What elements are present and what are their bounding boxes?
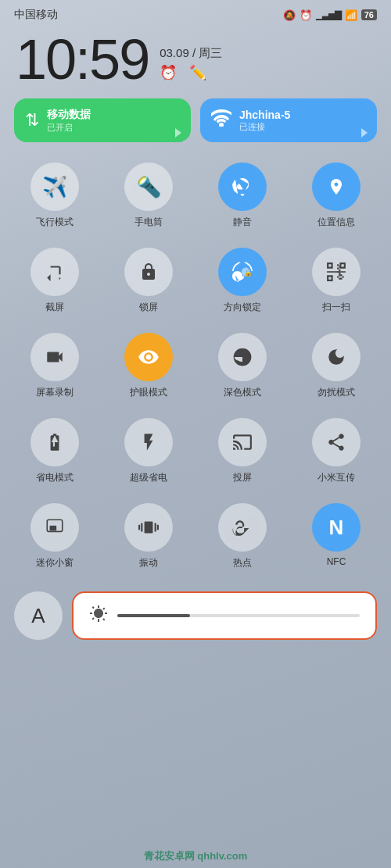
status-bar: 中国移动 🔕 ⏰ ▁▃▅▇ 📶 76 <box>0 0 391 25</box>
location-svg <box>327 177 346 196</box>
airplane-icon: ✈️ <box>42 175 67 199</box>
mobile-data-title: 移动数据 <box>47 108 91 122</box>
mobile-data-toggle[interactable]: ⇅ 移动数据 已开启 <box>14 98 191 142</box>
xiaomishare-label: 小米互传 <box>317 471 355 484</box>
screenrecord-circle <box>30 333 79 381</box>
xiaomishare-item[interactable]: 小米互传 <box>289 410 383 495</box>
cast-item[interactable]: 投屏 <box>196 410 289 495</box>
screenrecord-item[interactable]: 屏幕录制 <box>8 325 102 410</box>
halfcircle-svg <box>232 347 253 367</box>
powersave-label: 省电模式 <box>36 471 74 484</box>
flashlight-circle: 🔦 <box>124 163 173 211</box>
hotspot-item[interactable]: 热点 <box>196 495 289 580</box>
flashlight-icon: 🔦 <box>136 175 161 199</box>
vibrate-circle <box>124 503 173 552</box>
airplane-item[interactable]: ✈️ 飞行模式 <box>8 155 102 240</box>
clock-time: 10:59 <box>16 31 149 88</box>
brightness-bar[interactable] <box>117 614 360 617</box>
ultrasave-circle <box>124 418 173 466</box>
svg-text:🔒: 🔒 <box>244 268 253 277</box>
silent-item[interactable]: 静音 <box>196 155 289 240</box>
cast-circle <box>218 418 267 466</box>
lockscreen-item[interactable]: 锁屏 <box>102 240 196 325</box>
share-svg <box>326 432 346 452</box>
mobile-data-arrow <box>175 128 181 138</box>
mobile-data-icon: ⇅ <box>25 110 39 130</box>
miniwindow-label: 迷你小窗 <box>36 556 74 570</box>
controls-grid: ✈️ 飞行模式 🔦 手电筒 静音 位置信息 截屏 <box>0 155 391 580</box>
cast-label: 投屏 <box>233 471 252 484</box>
location-item[interactable]: 位置信息 <box>289 155 383 240</box>
edit-icon[interactable]: ✏️ <box>189 64 206 81</box>
wifi-subtitle: 已连接 <box>239 121 290 133</box>
darkmode-circle <box>218 333 267 381</box>
brightness-fill <box>117 614 190 617</box>
hotspot-label: 热点 <box>233 556 252 570</box>
dnd-label: 勿扰模式 <box>317 386 355 399</box>
silent-icon: 🔕 <box>283 9 296 21</box>
vibrate-label: 振动 <box>139 556 158 570</box>
dnd-item[interactable]: 勿扰模式 <box>289 325 383 410</box>
hotspot-circle <box>218 503 267 552</box>
rotlock-item[interactable]: 🔒 方向锁定 <box>196 240 289 325</box>
mobile-data-subtitle: 已开启 <box>47 122 91 134</box>
location-label: 位置信息 <box>317 216 355 229</box>
nfc-circle: N <box>312 503 361 552</box>
miniwindow-svg <box>45 517 65 538</box>
flashlight-item[interactable]: 🔦 手电筒 <box>102 155 196 240</box>
location-circle <box>312 163 361 211</box>
airplane-circle: ✈️ <box>30 163 79 211</box>
screenrecord-label: 屏幕录制 <box>36 386 74 399</box>
hotspot-svg <box>232 517 253 538</box>
font-button[interactable]: A <box>14 591 63 640</box>
eyecare-label: 护眼模式 <box>130 386 167 399</box>
lockscreen-circle <box>124 248 173 296</box>
silent-svg <box>231 176 253 198</box>
font-icon: A <box>31 604 45 628</box>
eyecare-item[interactable]: 护眼模式 <box>102 325 196 410</box>
bottom-row: A <box>0 584 391 640</box>
scan-circle <box>312 248 361 296</box>
moon-svg <box>326 347 346 367</box>
alarm-clock-icon[interactable]: ⏰ <box>160 64 177 81</box>
darkmode-item[interactable]: 深色模式 <box>196 325 289 410</box>
wifi-text: Jhchina-5 已连接 <box>239 109 290 133</box>
brightness-slider-container[interactable] <box>72 591 377 640</box>
scan-item[interactable]: 扫一扫 <box>289 240 383 325</box>
eyecare-circle <box>124 333 173 381</box>
wifi-toggle[interactable]: Jhchina-5 已连接 <box>200 98 377 142</box>
eye-svg <box>138 346 160 368</box>
lock-svg <box>139 263 158 281</box>
nfc-item[interactable]: N NFC <box>289 495 383 580</box>
screenshot-svg <box>45 262 65 282</box>
scan-svg <box>326 262 346 282</box>
top-toggles: ⇅ 移动数据 已开启 Jhchina-5 已连接 <box>0 98 391 155</box>
miniwindow-circle <box>30 503 79 552</box>
battery-icon: 76 <box>361 9 377 20</box>
svg-rect-5 <box>50 526 57 531</box>
video-svg <box>45 347 65 367</box>
nfc-icon: N <box>329 516 344 540</box>
powersave-item[interactable]: 省电模式 <box>8 410 102 495</box>
vibrate-svg <box>138 517 159 538</box>
silent-label: 静音 <box>233 216 252 229</box>
powersave-svg <box>45 432 65 452</box>
brightness-icon <box>89 604 108 627</box>
mobile-data-text: 移动数据 已开启 <box>47 108 91 134</box>
clock-right: 03.09 / 周三 ⏰ ✏️ <box>160 46 222 88</box>
lockscreen-label: 锁屏 <box>139 301 158 314</box>
rotlock-svg: 🔒 <box>232 262 253 282</box>
dnd-circle <box>312 333 361 381</box>
ultrasave-item[interactable]: 超级省电 <box>102 410 196 495</box>
vibrate-item[interactable]: 振动 <box>102 495 196 580</box>
carrier-label: 中国移动 <box>14 8 58 22</box>
screenshot-label: 截屏 <box>45 301 64 314</box>
wifi-icon: 📶 <box>345 9 357 21</box>
wifi-arrow <box>361 128 368 138</box>
miniwindow-item[interactable]: 迷你小窗 <box>8 495 102 580</box>
silent-circle <box>218 163 267 211</box>
clock-date: 03.09 / 周三 <box>160 46 222 61</box>
screenshot-item[interactable]: 截屏 <box>8 240 102 325</box>
ultrasave-label: 超级省电 <box>130 471 167 484</box>
cast-svg <box>232 432 253 452</box>
